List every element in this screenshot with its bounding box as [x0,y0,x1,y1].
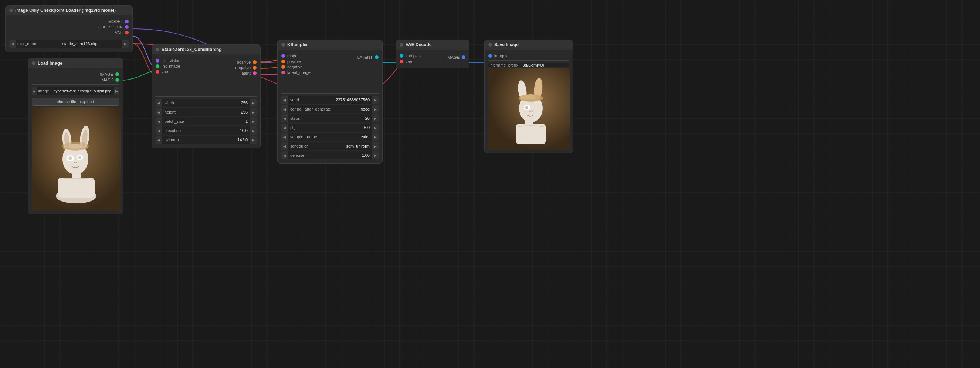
node-status-dot [32,61,35,65]
image-file-next[interactable]: ▶ [114,87,119,95]
latent-output-row: latent [235,71,256,75]
negative-input-port[interactable] [281,65,285,69]
images-input-port[interactable] [488,54,492,58]
cag-increment[interactable]: ▶ [372,105,379,113]
elevation-control: ◀ elevation 10.0 ▶ [156,126,256,135]
denoise-label: denoise [288,153,360,158]
save-image-header: Save Image [485,40,573,49]
stable-zero123-node: StableZero123_Conditioning clip_vision i… [151,45,261,148]
height-increment[interactable]: ▶ [250,108,256,116]
clip-vision-output-port[interactable] [125,25,129,29]
steps-value: 20 [363,116,372,121]
ksampler-title: KSampler [287,42,308,47]
latent-out-port[interactable] [375,56,379,59]
vae-decode-input-port[interactable] [399,59,403,63]
cfg-value: 5.0 [362,125,372,130]
node-status-dot [9,8,13,12]
scheduler-control: ◀ scheduler sgm_uniform ▶ [281,142,379,150]
height-control: ◀ height 256 ▶ [156,108,256,116]
width-label: width [162,100,239,105]
latent-image-input-label: latent_image [287,70,310,75]
ckpt-name-label: ckpt_name [16,41,39,46]
latent-output-port[interactable] [253,72,256,75]
clip-vision-output-label: CLIP_VISION [98,25,123,29]
steps-increment[interactable]: ▶ [372,114,379,123]
height-label: height [162,110,239,114]
denoise-increment[interactable]: ▶ [372,151,379,159]
sampler-name-control: ◀ sampler_name euler ▶ [281,133,379,141]
negative-output-port[interactable] [253,66,256,70]
steps-label: steps [288,116,363,121]
azimuth-label: azimuth [162,138,235,142]
svg-point-14 [78,156,81,159]
positive-output-port[interactable] [253,60,256,64]
denoise-decrement[interactable]: ◀ [281,151,288,159]
model-output-port[interactable] [125,20,129,23]
samples-input-port[interactable] [399,54,403,58]
negative-output-label: negative [235,65,251,70]
image-output-port[interactable] [115,72,119,76]
cag-decrement[interactable]: ◀ [281,105,288,113]
vae-output-row: VAE [9,30,129,35]
height-decrement[interactable]: ◀ [156,108,162,116]
svg-point-24 [525,106,528,109]
elevation-increment[interactable]: ▶ [250,126,256,135]
elevation-decrement[interactable]: ◀ [156,126,162,135]
azimuth-decrement[interactable]: ◀ [156,136,162,144]
mask-output-port[interactable] [115,78,119,82]
positive-output-row: positive [235,60,256,64]
clip-vision-input-port[interactable] [156,59,159,62]
image-out-row: IMAGE [447,55,465,59]
cag-value: fixed [359,107,372,112]
seed-increment[interactable]: ▶ [372,96,379,104]
batch-size-increment[interactable]: ▶ [250,117,256,125]
ckpt-name-prev[interactable]: ◀ [9,40,16,48]
seed-decrement[interactable]: ◀ [281,96,288,104]
steps-decrement[interactable]: ◀ [281,114,288,123]
vae-input-port[interactable] [156,70,159,73]
sampler-decrement[interactable]: ◀ [281,133,288,141]
width-increment[interactable]: ▶ [250,99,256,107]
checkpoint-loader-node: Image Only Checkpoint Loader (img2vid mo… [5,5,133,52]
model-input-port[interactable] [281,54,285,58]
checkpoint-loader-header: Image Only Checkpoint Loader (img2vid mo… [6,6,132,15]
mask-output-label: MASK [102,78,113,82]
mask-output-row: MASK [32,78,119,82]
scheduler-label: scheduler [288,144,344,148]
image-file-control: ◀ image hypernetwork_example_output.png … [32,87,119,95]
save-image-node: Save Image images filename_prefix 3d/Com… [484,40,573,153]
ckpt-name-next[interactable]: ▶ [122,40,129,48]
azimuth-control: ◀ azimuth 142.0 ▶ [156,136,256,144]
latent-image-input-port[interactable] [281,71,285,74]
node-status-dot [156,48,159,51]
scheduler-decrement[interactable]: ◀ [281,142,288,150]
scheduler-increment[interactable]: ▶ [372,142,379,150]
image-output-label: IMAGE [100,72,113,76]
cfg-decrement[interactable]: ◀ [281,124,288,132]
vae-output-port[interactable] [125,31,129,34]
upload-button[interactable]: choose file to upload [32,98,119,106]
sampler-increment[interactable]: ▶ [372,133,379,141]
ksampler-header: KSampler [278,40,382,49]
load-image-title: Load Image [38,61,62,66]
negative-output-row: negative [235,65,256,70]
image-out-port[interactable] [462,56,465,59]
width-decrement[interactable]: ◀ [156,99,162,107]
steps-control: ◀ steps 20 ▶ [281,114,379,123]
positive-input-port[interactable] [281,59,285,63]
images-input-label: images [494,54,507,58]
vae-decode-input-label: vae [406,59,412,64]
svg-rect-3 [58,177,95,198]
init-image-input-port[interactable] [156,64,159,68]
init-image-input-label: init_image [162,64,180,69]
image-file-prev[interactable]: ◀ [32,87,37,95]
azimuth-increment[interactable]: ▶ [250,136,256,144]
cfg-increment[interactable]: ▶ [372,124,379,132]
filename-prefix-control: filename_prefix 3d/ComfyUI [488,63,569,67]
node-status-dot [281,43,285,46]
control-after-generate-control: ◀ control_after_generate fixed ▶ [281,105,379,113]
image-out-label: IMAGE [447,55,460,59]
ksampler-node: KSampler model positive negative latent_… [277,40,383,164]
batch-size-decrement[interactable]: ◀ [156,117,162,125]
latent-image-input-row: latent_image [281,70,379,75]
